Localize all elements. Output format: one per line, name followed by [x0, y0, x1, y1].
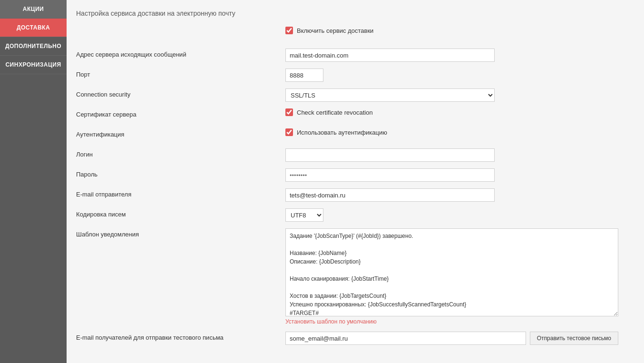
encoding-wrap: UTF8 UTF-16 Windows-1251	[285, 208, 630, 222]
auth-checkbox-label: Использовать аутентификацию	[297, 129, 387, 136]
enable-checkbox-wrap: Включить сервис доставки	[285, 27, 373, 34]
sidebar-item-additional[interactable]: ДОПОЛНИТЕЛЬНО	[0, 37, 67, 56]
port-label: Порт	[76, 69, 285, 78]
cert-checkbox-wrap: Check certificate revocation	[285, 108, 373, 116]
email-from-row: E-mail отправителя	[76, 188, 630, 202]
port-wrap	[285, 69, 630, 82]
enable-checkbox-label: Включить сервис доставки	[297, 27, 373, 34]
sidebar-item-sync[interactable]: СИНХРОНИЗАЦИЯ	[0, 56, 67, 74]
smtp-input[interactable]	[285, 49, 495, 62]
cert-label: Сертификат сервера	[76, 108, 285, 118]
cert-checkbox-label: Check certificate revocation	[297, 109, 373, 116]
smtp-label: Адрес сервера исходящих сообщений	[76, 49, 285, 58]
sidebar-item-actions[interactable]: АКЦИИ	[0, 0, 67, 19]
enable-row: Включить сервис доставки	[76, 27, 630, 40]
template-label: Шаблон уведомления	[76, 228, 285, 238]
test-email-wrap: Отправить тестовое письмо	[285, 332, 630, 345]
security-select[interactable]: None STARTTLS SSL/TLS	[285, 88, 495, 102]
login-wrap	[285, 148, 630, 162]
smtp-wrap	[285, 49, 630, 62]
port-row: Порт	[76, 69, 630, 82]
auth-wrap: Использовать аутентификацию	[285, 128, 630, 136]
encoding-select[interactable]: UTF8 UTF-16 Windows-1251	[285, 208, 323, 222]
enable-wrap: Включить сервис доставки	[285, 27, 630, 34]
send-test-email-button[interactable]: Отправить тестовое письмо	[530, 332, 618, 345]
password-label: Пароль	[76, 168, 285, 178]
email-from-input[interactable]	[285, 188, 495, 202]
template-textarea[interactable]: Задание '{JobScanType}' (#{JobId}) завер…	[285, 228, 618, 316]
security-row: Connection security None STARTTLS SSL/TL…	[76, 88, 630, 102]
cert-checkbox[interactable]	[285, 108, 293, 116]
enable-checkbox[interactable]	[285, 27, 293, 34]
main-content: Настройка сервиса доставки на электронну…	[67, 0, 644, 363]
cert-wrap: Check certificate revocation	[285, 108, 630, 116]
auth-checkbox-wrap: Использовать аутентификацию	[285, 128, 387, 136]
template-row: Шаблон уведомления Задание '{JobScanType…	[76, 228, 630, 325]
email-from-label: E-mail отправителя	[76, 188, 285, 198]
password-row: Пароль	[76, 168, 630, 182]
page-title: Настройка сервиса доставки на электронну…	[76, 10, 630, 17]
encoding-row: Кодировка писем UTF8 UTF-16 Windows-1251	[76, 208, 630, 222]
port-input[interactable]	[285, 69, 323, 82]
cert-row: Сертификат сервера Check certificate rev…	[76, 108, 630, 122]
login-row: Логин	[76, 148, 630, 162]
login-label: Логин	[76, 148, 285, 158]
login-input[interactable]	[285, 148, 495, 162]
security-label: Connection security	[76, 88, 285, 98]
auth-row: Аутентификация Использовать аутентификац…	[76, 128, 630, 142]
form-section: Включить сервис доставки Адрес сервера и…	[76, 27, 630, 345]
enable-label-spacer	[76, 27, 285, 29]
sidebar: АКЦИИ ДОСТАВКА ДОПОЛНИТЕЛЬНО СИНХРОНИЗАЦ…	[0, 0, 67, 363]
test-email-label: E-mail получателей для отправки тестовог…	[76, 332, 285, 341]
auth-checkbox[interactable]	[285, 128, 293, 136]
security-wrap: None STARTTLS SSL/TLS	[285, 88, 630, 102]
template-wrap: Задание '{JobScanType}' (#{JobId}) завер…	[285, 228, 630, 325]
sidebar-item-delivery[interactable]: ДОСТАВКА	[0, 19, 67, 37]
encoding-label: Кодировка писем	[76, 208, 285, 218]
password-wrap	[285, 168, 630, 182]
smtp-row: Адрес сервера исходящих сообщений	[76, 49, 630, 62]
password-input[interactable]	[285, 168, 495, 182]
auth-label: Аутентификация	[76, 128, 285, 138]
set-default-template-link[interactable]: Установить шаблон по умолчанию	[285, 318, 377, 325]
email-from-wrap	[285, 188, 630, 202]
test-email-row: E-mail получателей для отправки тестовог…	[76, 332, 630, 345]
test-email-input[interactable]	[285, 332, 526, 345]
test-email-inner-wrap: Отправить тестовое письмо	[285, 332, 618, 345]
